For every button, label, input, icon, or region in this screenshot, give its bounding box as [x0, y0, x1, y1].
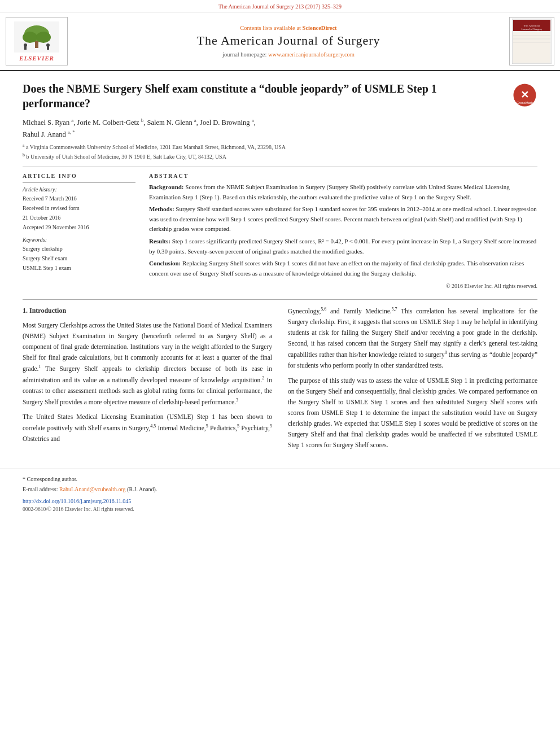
body-para-1: Most Surgery Clerkships across the Unite… [23, 320, 272, 407]
top-reference-bar: The American Journal of Surgery 213 (201… [0, 0, 560, 12]
body-para-2: The United States Medical Licensing Exam… [23, 412, 272, 444]
body-para-4: The purpose of this study was to assess … [288, 375, 537, 451]
article-content: Does the NBME Surgery Shelf exam constit… [0, 71, 560, 299]
journal-title: The American Journal of Surgery [196, 33, 380, 48]
body-two-col: 1. Introduction Most Surgery Clerkships … [23, 305, 537, 455]
abstract-background: Background: Scores from the NBME Subject… [149, 182, 537, 202]
email-note: E-mail address: RahuLAnand@vcuhealth.org… [23, 485, 537, 494]
crossmark-icon: ✕ CrossMark [512, 82, 537, 108]
article-title-section: Does the NBME Surgery Shelf exam constit… [23, 81, 537, 111]
affiliations: a a Virginia Commonwealth University Sch… [23, 142, 537, 161]
history-dates: Received 7 March 2016 Received in revise… [23, 194, 135, 232]
journal-center-info: Contents lists available at ScienceDirec… [72, 17, 505, 65]
email-link[interactable]: RahuLAnand@vcuhealth.org [59, 486, 126, 492]
abstract-conclusion: Conclusion: Replacing Surgery Shelf scor… [149, 259, 537, 278]
article-title: Does the NBME Surgery Shelf exam constit… [23, 81, 506, 111]
journal-thumbnail: The American Journal of Surgery [509, 17, 554, 65]
keywords-list: Surgery clerkship Surgery Shelf exam USM… [23, 244, 135, 273]
svg-text:✕: ✕ [520, 89, 529, 101]
journal-homepage: journal homepage: www.americanjournalofs… [222, 51, 355, 58]
body-col-2: Gynecology,5,6 and Family Medicine.5,7 T… [288, 305, 537, 455]
footer-area: * Corresponding author. E-mail address: … [0, 469, 560, 518]
journal-header: ELSEVIER Contents lists available at Sci… [0, 12, 560, 71]
svg-text:The American: The American [524, 24, 540, 27]
abstract-heading: ABSTRACT [149, 173, 537, 179]
abstract-col: ABSTRACT Background: Scores from the NBM… [149, 173, 537, 289]
page: The American Journal of Surgery 213 (201… [0, 0, 560, 747]
elsevier-logo: ELSEVIER [6, 17, 68, 65]
article-info-col: ARTICLE INFO Article history: Received 7… [23, 173, 135, 289]
section1-heading: 1. Introduction [23, 305, 272, 317]
svg-rect-8 [47, 46, 49, 50]
article-info-heading: ARTICLE INFO [23, 173, 135, 179]
section-divider [23, 167, 537, 167]
body-col-1: 1. Introduction Most Surgery Clerkships … [23, 305, 272, 455]
keywords-label: Keywords: [23, 237, 135, 243]
doi-link[interactable]: http://dx.doi.org/10.1016/j.amjsurg.2016… [23, 498, 131, 504]
article-history-label: Article history: [23, 186, 135, 193]
authors: Michael S. Ryan a, Jorie M. Colbert-Getz… [23, 116, 537, 140]
svg-text:Journal of Surgery: Journal of Surgery [521, 28, 542, 30]
abstract-text: Background: Scores from the NBME Subject… [149, 182, 537, 278]
info-divider [23, 182, 135, 183]
svg-rect-4 [35, 41, 38, 48]
corresponding-author-note: * Corresponding author. [23, 475, 537, 484]
body-para-3: Gynecology,5,6 and Family Medicine.5,7 T… [288, 305, 537, 370]
sciencedirect-label: Contents lists available at ScienceDirec… [240, 25, 336, 31]
svg-rect-6 [24, 46, 27, 50]
elsevier-brand-text: ELSEVIER [19, 55, 54, 62]
svg-text:CrossMark: CrossMark [517, 101, 533, 104]
abstract-methods: Methods: Surgery Shelf standard scores w… [149, 204, 537, 234]
article-info-abstract: ARTICLE INFO Article history: Received 7… [23, 173, 537, 289]
journal-reference: The American Journal of Surgery 213 (201… [218, 3, 342, 10]
doi-container: http://dx.doi.org/10.1016/j.amjsurg.2016… [23, 496, 537, 505]
svg-rect-13 [513, 32, 550, 63]
body-content: 1. Introduction Most Surgery Clerkships … [0, 300, 560, 466]
license-text: 0002-9610/© 2016 Elsevier Inc. All right… [23, 506, 537, 512]
sciencedirect-link-text[interactable]: ScienceDirect [303, 25, 337, 31]
copyright-line: © 2016 Elsevier Inc. All rights reserved… [149, 283, 537, 289]
elsevier-tree-icon [14, 21, 59, 53]
abstract-results: Results: Step 1 scores significantly pre… [149, 237, 537, 256]
journal-cover-icon: The American Journal of Surgery [512, 19, 552, 64]
journal-homepage-link[interactable]: www.americanjournalofsurgery.com [268, 51, 355, 58]
